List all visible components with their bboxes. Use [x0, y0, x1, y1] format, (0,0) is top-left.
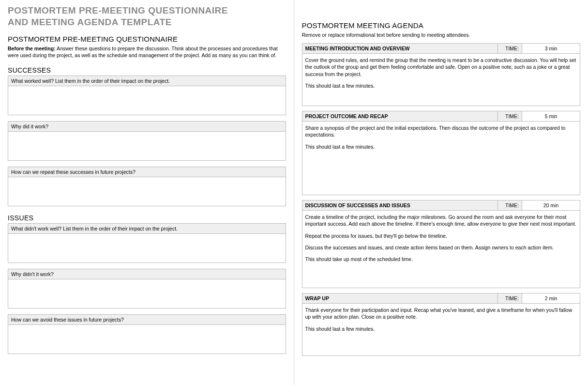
issues-heading: ISSUES	[8, 214, 286, 222]
agenda-head: DISCUSSION OF SUCCESSES AND ISSUES TIME:…	[302, 200, 581, 211]
q4-head: What didn't work well? List them in the …	[8, 223, 286, 234]
time-label: TIME:	[498, 111, 522, 121]
q3-body[interactable]	[8, 177, 286, 206]
agenda-p2: This should last a few minutes.	[305, 143, 577, 150]
right-page: POSTMORTEM MEETING AGENDA Remove or repl…	[294, 0, 588, 385]
main-title-line1: POSTMORTEM PRE-MEETING QUESTIONNAIRE	[8, 5, 286, 16]
agenda-p1: Create a timeline of the project, includ…	[305, 214, 577, 227]
agenda-subtitle: POSTMORTEM MEETING AGENDA	[302, 21, 581, 30]
agenda-block-recap: PROJECT OUTCOME AND RECAP TIME: 5 min Sh…	[302, 111, 581, 195]
agenda-p3: Discuss the successes and issues, and cr…	[305, 244, 577, 251]
main-title: POSTMORTEM PRE-MEETING QUESTIONNAIRE AND…	[8, 5, 286, 28]
agenda-p1: Share a synopsis of the project and the …	[305, 124, 577, 138]
agenda-p1: Cover the ground rules, and remind the g…	[305, 57, 577, 77]
q3-head: How can we repeat these successes in fut…	[8, 167, 286, 177]
agenda-label: DISCUSSION OF SUCCESSES AND ISSUES	[302, 200, 498, 210]
agenda-head: MEETING INTRODUCTION AND OVERVIEW TIME: …	[302, 43, 581, 54]
q5-body[interactable]	[8, 279, 286, 308]
agenda-label: PROJECT OUTCOME AND RECAP	[302, 111, 498, 121]
time-value[interactable]: 2 min	[522, 293, 580, 303]
agenda-block-wrapup: WRAP UP TIME: 2 min Thank everyone for t…	[302, 293, 581, 356]
before-label: Before the meeting:	[8, 46, 56, 51]
successes-heading: SUCCESSES	[8, 66, 286, 74]
time-label: TIME:	[498, 293, 522, 303]
agenda-body[interactable]: Thank everyone for their participation a…	[302, 304, 581, 356]
agenda-p2: This should last a few minutes.	[305, 325, 577, 332]
agenda-block-intro: MEETING INTRODUCTION AND OVERVIEW TIME: …	[302, 43, 581, 106]
q2-body[interactable]	[8, 132, 286, 161]
q5-head: Why didn't it work?	[8, 269, 286, 279]
agenda-head: PROJECT OUTCOME AND RECAP TIME: 5 min	[302, 111, 581, 122]
agenda-block-discussion: DISCUSSION OF SUCCESSES AND ISSUES TIME:…	[302, 200, 581, 288]
q6-head: How can we avoid these issues in future …	[8, 314, 286, 325]
agenda-instructions: Remove or replace informational text bef…	[302, 31, 581, 38]
agenda-label: MEETING INTRODUCTION AND OVERVIEW	[302, 44, 498, 53]
q2-head: Why did it work?	[8, 121, 286, 132]
time-label: TIME:	[498, 44, 522, 53]
q1-body[interactable]	[8, 86, 286, 115]
agenda-p4: This should take up most of the schedule…	[305, 256, 577, 262]
q6-body[interactable]	[8, 325, 286, 354]
time-value[interactable]: 5 min	[522, 111, 580, 121]
time-value[interactable]: 3 min	[522, 44, 580, 53]
q4-body[interactable]	[8, 234, 286, 263]
agenda-body[interactable]: Share a synopsis of the project and the …	[302, 122, 581, 195]
questionnaire-subtitle: POSTMORTEM PRE-MEETING QUESTIONNAIRE	[8, 35, 286, 43]
agenda-body[interactable]: Create a timeline of the project, includ…	[302, 211, 581, 288]
time-value[interactable]: 20 min	[522, 200, 580, 210]
q1-head: What worked well? List them in the order…	[8, 76, 286, 86]
agenda-p1: Thank everyone for their participation a…	[305, 307, 577, 320]
agenda-p2: This should last a few minutes.	[305, 82, 577, 89]
main-title-line2: AND MEETING AGENDA TEMPLATE	[8, 16, 286, 28]
agenda-label: WRAP UP	[302, 293, 498, 303]
agenda-p2: Repeat the process for issues, but they'…	[305, 232, 577, 239]
time-label: TIME:	[498, 200, 522, 210]
before-meeting-instructions: Before the meeting: Answer these questio…	[8, 45, 286, 59]
agenda-head: WRAP UP TIME: 2 min	[302, 293, 581, 304]
agenda-body[interactable]: Cover the ground rules, and remind the g…	[302, 54, 581, 106]
left-page: POSTMORTEM PRE-MEETING QUESTIONNAIRE AND…	[0, 0, 294, 385]
